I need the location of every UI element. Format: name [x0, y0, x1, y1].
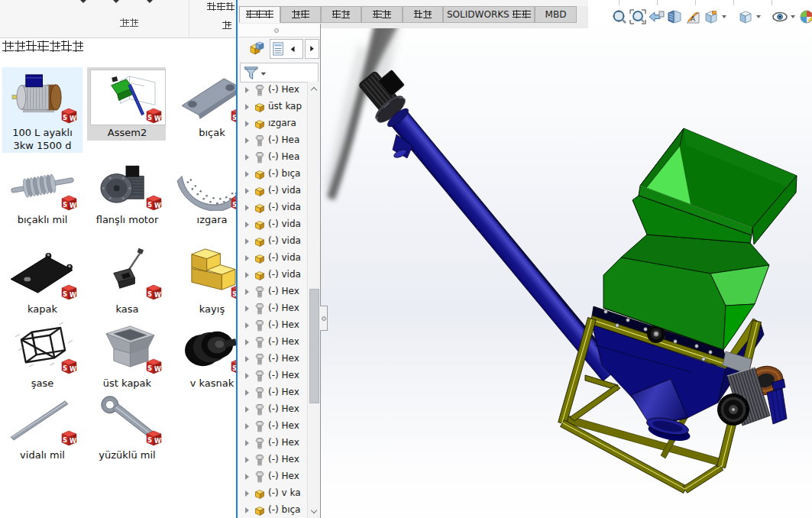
file-label[interactable]: vidalı mil [2, 448, 82, 461]
previous-view-icon[interactable] [648, 8, 665, 26]
tree-item[interactable]: (-) bıça [238, 502, 307, 518]
tree-item-label[interactable]: (-) Hex [268, 303, 306, 316]
file-thumbnail-v-kasnak[interactable] [175, 320, 236, 374]
tree-item[interactable]: (-) Hex [238, 367, 307, 384]
file-thumbnail-izgara[interactable] [175, 157, 236, 211]
tab-评估[interactable] [403, 6, 443, 23]
tree-item-label[interactable]: (-) vida [268, 252, 306, 265]
tree-item[interactable]: (-) Hex [238, 283, 307, 300]
tree-item-label[interactable]: (-) Hex [268, 319, 306, 332]
file-thumbnail-bicak[interactable] [175, 70, 236, 124]
zoom-to-area-icon[interactable] [629, 8, 646, 26]
tree-item-label[interactable]: (-) Hex [268, 370, 306, 383]
featuremanager-flyout-handle[interactable] [320, 306, 328, 331]
file-label-line2[interactable]: 3kw 1500 d [2, 139, 82, 152]
new-button[interactable] [222, 20, 231, 31]
expand-arrow-icon[interactable] [245, 154, 249, 160]
tree-item-label[interactable]: (-) bıça [268, 168, 306, 181]
file-label[interactable]: yüzüklü mil [87, 448, 167, 461]
display-style-icon[interactable] [737, 8, 754, 26]
expand-arrow-icon[interactable] [245, 171, 249, 177]
featuremanager-tree-tab[interactable] [270, 39, 303, 59]
tab-solidworks-addins[interactable]: SOLIDWORKS [443, 6, 535, 23]
ribbon-dropdown-arrow[interactable] [147, 0, 153, 3]
panel-splitter-handle[interactable] [238, 24, 320, 37]
file-label[interactable]: kasa [87, 303, 167, 316]
tree-scrollbar[interactable] [307, 82, 320, 518]
tree-item[interactable]: (-) Hex [238, 334, 307, 351]
dropdown-arrow-icon[interactable] [722, 15, 726, 18]
tree-item[interactable]: (-) Hea [238, 132, 307, 149]
tree-item-label[interactable]: (-) bıça [268, 504, 306, 517]
file-thumbnail-kayis[interactable] [175, 246, 236, 300]
expand-arrow-icon[interactable] [245, 205, 249, 211]
tree-item-label[interactable]: (-) Hex [268, 437, 306, 450]
tab-标注[interactable] [361, 6, 403, 23]
tree-item-label[interactable]: (-) Hex [268, 286, 306, 299]
tree-item-label[interactable]: (-) Hex [268, 403, 306, 416]
tree-item-label[interactable]: (-) Hea [268, 151, 306, 164]
expand-arrow-icon[interactable] [245, 507, 249, 513]
tree-item[interactable]: (-) Hex [238, 351, 307, 367]
file-label[interactable]: üst kapak [87, 377, 167, 390]
expand-arrow-icon[interactable] [245, 121, 249, 127]
expand-arrow-icon[interactable] [245, 255, 249, 261]
tree-expand-arrow-button[interactable] [305, 39, 319, 59]
tab-草图[interactable] [321, 6, 361, 23]
tree-item[interactable]: (-) Hex [238, 401, 307, 418]
expand-arrow-icon[interactable] [245, 322, 249, 329]
tree-item[interactable]: (-) vida [238, 199, 307, 216]
tree-item[interactable]: (-) Hex [238, 435, 307, 452]
graphics-viewport[interactable] [320, 24, 812, 518]
file-label[interactable]: ızgara [172, 213, 236, 226]
tree-item[interactable]: (-) vida [238, 216, 307, 233]
tab-MBD[interactable]: MBD [535, 6, 577, 23]
file-label[interactable]: v kasnak [172, 377, 236, 390]
tree-filter-box[interactable] [240, 63, 319, 83]
tree-item-label[interactable]: (-) Hex [268, 454, 306, 467]
expand-arrow-icon[interactable] [245, 490, 249, 497]
tree-item[interactable]: (-) Hex [238, 384, 307, 401]
expand-arrow-icon[interactable] [245, 339, 249, 345]
expand-arrow-icon[interactable] [245, 306, 249, 312]
file-label[interactable]: flanşlı motor [87, 213, 167, 226]
scrollbar-thumb[interactable] [309, 289, 319, 403]
expand-arrow-icon[interactable] [245, 87, 249, 93]
tree-item[interactable]: (-) v ka [238, 485, 307, 502]
tree-item[interactable]: üst kap [238, 99, 307, 115]
tab-装配体[interactable] [239, 6, 280, 23]
tree-item[interactable]: (-) vida [238, 233, 307, 250]
ribbon-dropdown-arrow[interactable] [113, 0, 119, 3]
expand-arrow-icon[interactable] [245, 390, 249, 396]
file-label[interactable]: bıçak [172, 126, 236, 139]
tree-item[interactable]: (-) Hex [238, 468, 307, 485]
tree-item[interactable]: (-) Hex [238, 300, 307, 317]
expand-arrow-icon[interactable] [245, 272, 249, 278]
tree-item[interactable]: (-) Hex [238, 82, 307, 99]
expand-arrow-icon[interactable] [245, 222, 249, 228]
tab-布局[interactable] [280, 6, 321, 23]
tree-item-label[interactable]: (-) v ka [268, 487, 306, 500]
ribbon-dropdown-arrow[interactable] [80, 0, 86, 3]
tree-item[interactable]: ızgara [238, 115, 307, 132]
tree-item[interactable]: (-) Hex [238, 418, 307, 435]
expand-arrow-icon[interactable] [245, 188, 249, 194]
file-label[interactable]: kapak [2, 303, 82, 316]
expand-arrow-icon[interactable] [245, 474, 249, 480]
file-label[interactable]: Assem2 [87, 126, 167, 139]
tree-item-label[interactable]: (-) Hea [268, 134, 306, 147]
expand-arrow-icon[interactable] [245, 356, 249, 362]
section-view-icon[interactable] [666, 8, 683, 26]
view-orientation-icon[interactable] [703, 8, 720, 26]
tree-item-label[interactable]: (-) vida [268, 185, 306, 198]
hide-show-items-icon[interactable] [772, 8, 788, 26]
tree-item[interactable]: (-) bıça [238, 166, 307, 183]
file-label[interactable]: şase [2, 377, 82, 390]
expand-arrow-icon[interactable] [245, 138, 249, 144]
crusher-assembly-3d-model[interactable] [321, 24, 812, 518]
file-label[interactable]: 100 L ayaklı [2, 126, 82, 139]
tree-item-label[interactable]: üst kap [268, 101, 306, 114]
expand-arrow-icon[interactable] [245, 457, 249, 463]
tree-item[interactable]: (-) Hea [238, 149, 307, 166]
tree-item-label[interactable]: (-) Hex [268, 84, 306, 97]
